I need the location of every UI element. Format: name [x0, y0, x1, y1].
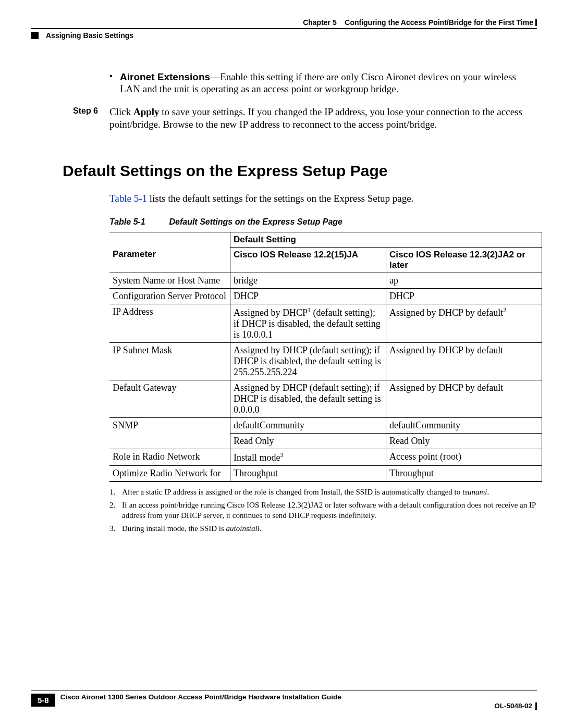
step-label: Step 6	[73, 106, 109, 131]
table-row: IP Address Assigned by DHCP1 (default se…	[109, 304, 542, 342]
intro-paragraph: Table 5-1 lists the default settings for…	[109, 193, 537, 204]
footnote: 3. During install mode, the SSID is auto…	[109, 524, 542, 534]
page-body: • Aironet Extensions—Enable this setting…	[73, 71, 532, 131]
bullet-icon: •	[109, 71, 120, 96]
table-row: System Name or Host Name bridge ap	[109, 273, 542, 288]
table-head-parameter: Parameter	[109, 247, 230, 273]
table-footnotes: 1. After a static IP address is assigned…	[109, 487, 542, 534]
table-reference-link[interactable]: Table 5-1	[109, 193, 147, 204]
page-footer: 5-8 Cisco Aironet 1300 Series Outdoor Ac…	[31, 690, 537, 710]
apply-action-text: Apply	[133, 106, 160, 117]
footnote: 2. If an access point/bridge running Cis…	[109, 500, 542, 521]
table-row: Default Gateway Assigned by DHCP (defaul…	[109, 380, 542, 417]
table-head-default-setting: Default Setting	[230, 232, 542, 247]
bullet-item: • Aironet Extensions—Enable this setting…	[109, 71, 532, 96]
table-row: Optimize Radio Network for Throughput Th…	[109, 465, 542, 482]
chapter-title: Configuring the Access Point/Bridge for …	[345, 18, 533, 27]
table-head-col2: Cisco IOS Release 12.3(2)JA2 or later	[386, 247, 542, 273]
bullet-term: Aironet Extensions	[120, 71, 210, 82]
footer-bar-icon	[535, 702, 537, 710]
table-caption: Table 5-1 Default Settings on the Expres…	[109, 217, 537, 227]
section-marker-icon	[31, 32, 39, 39]
step-item: Step 6 Click Apply to save your settings…	[73, 106, 532, 131]
footer-guide-title: Cisco Aironet 1300 Series Outdoor Access…	[55, 693, 495, 701]
page-number-badge: 5-8	[31, 694, 55, 707]
header-bar-icon	[535, 19, 537, 26]
footnote: 1. After a static IP address is assigned…	[109, 487, 542, 498]
table-row: SNMP defaultCommunity defaultCommunity	[109, 417, 542, 433]
defaults-table: Default Setting Parameter Cisco IOS Rele…	[109, 232, 542, 482]
table-row: Configuration Server Protocol DHCP DHCP	[109, 288, 542, 304]
footer-doc-id: OL-5048-02	[494, 702, 532, 710]
chapter-label: Chapter 5	[303, 18, 337, 27]
table-row: Read Only Read Only	[109, 433, 542, 449]
table-row: Role in Radio Network Install mode3 Acce…	[109, 449, 542, 465]
section-title: Assigning Basic Settings	[46, 31, 133, 40]
table-head-col1: Cisco IOS Release 12.2(15)JA	[230, 247, 386, 273]
page-header: Chapter 5 Configuring the Access Point/B…	[31, 18, 537, 40]
table-row: IP Subnet Mask Assigned by DHCP (default…	[109, 342, 542, 380]
section-heading: Default Settings on the Express Setup Pa…	[63, 162, 537, 180]
